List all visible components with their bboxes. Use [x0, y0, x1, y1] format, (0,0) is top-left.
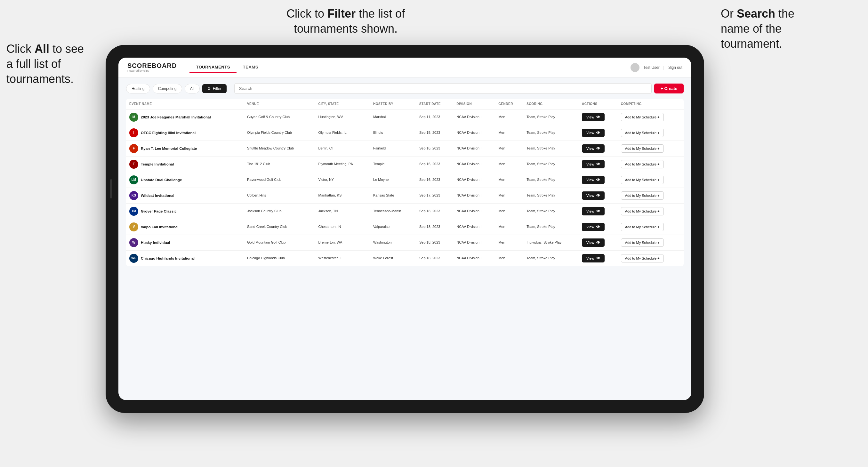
team-logo-7: V — [129, 222, 138, 231]
venue-cell-2: Shuttle Meadow Country Club — [244, 141, 315, 157]
add-schedule-button-7[interactable]: Add to My Schedule + — [621, 223, 664, 231]
competing-cell-3: Add to My Schedule + — [618, 157, 684, 172]
start-date-cell-2: Sep 16, 2023 — [416, 141, 453, 157]
view-label-8: View — [586, 241, 594, 245]
team-logo-1: I — [129, 128, 138, 137]
actions-cell-4: View 👁 — [579, 172, 618, 188]
add-schedule-button-5[interactable]: Add to My Schedule + — [621, 191, 664, 200]
event-name-text-5: Wildcat Invitational — [141, 193, 175, 198]
hosted-by-cell-3: Temple — [370, 157, 416, 172]
venue-cell-9: Chicago Highlands Club — [244, 251, 315, 266]
view-button-0[interactable]: View 👁 — [582, 113, 604, 121]
start-date-cell-8: Sep 18, 2023 — [416, 235, 453, 251]
filter-icon-button[interactable]: ⚙ Filter — [202, 84, 226, 93]
division-cell-3: NCAA Division I — [453, 157, 495, 172]
app-logo: SCOREBOARD — [127, 62, 177, 69]
col-city-state: CITY, STATE — [315, 99, 370, 109]
team-logo-2: F — [129, 144, 138, 153]
logo-area: SCOREBOARD Powered by clipp — [127, 62, 177, 72]
nav-tab-tournaments[interactable]: TOURNAMENTS — [189, 62, 236, 73]
actions-cell-7: View 👁 — [579, 219, 618, 235]
actions-cell-0: View 👁 — [579, 109, 618, 125]
create-button[interactable]: + Create — [654, 84, 684, 93]
actions-cell-5: View 👁 — [579, 188, 618, 204]
hosted-by-cell-0: Marshall — [370, 109, 416, 125]
add-schedule-button-0[interactable]: Add to My Schedule + — [621, 113, 664, 121]
table-header: EVENT NAME VENUE CITY, STATE HOSTED BY S… — [126, 99, 684, 109]
scoring-cell-6: Team, Stroke Play — [523, 204, 579, 219]
add-schedule-label-9: Add to My Schedule + — [625, 256, 660, 260]
hosting-filter-btn[interactable]: Hosting — [126, 84, 150, 93]
hosted-by-cell-2: Fairfield — [370, 141, 416, 157]
add-schedule-button-4[interactable]: Add to My Schedule + — [621, 176, 664, 184]
view-button-1[interactable]: View 👁 — [582, 129, 604, 137]
view-label-6: View — [586, 209, 594, 213]
tablet-screen: SCOREBOARD Powered by clipp TOURNAMENTS … — [118, 58, 691, 400]
competing-filter-btn[interactable]: Competing — [153, 84, 182, 93]
view-button-3[interactable]: View 👁 — [582, 160, 604, 168]
add-schedule-label-0: Add to My Schedule + — [625, 115, 660, 119]
gender-cell-1: Men — [495, 125, 523, 141]
hosted-by-cell-7: Valparaiso — [370, 219, 416, 235]
view-button-6[interactable]: View 👁 — [582, 207, 604, 215]
search-input[interactable] — [234, 83, 652, 94]
event-name-cell-4: LM Upstate Dual Challenge — [126, 172, 244, 188]
eye-icon-0: 👁 — [596, 115, 600, 119]
city-state-cell-2: Berlin, CT — [315, 141, 370, 157]
event-name-cell-1: I OFCC Fighting Illini Invitational — [126, 125, 244, 141]
add-schedule-button-1[interactable]: Add to My Schedule + — [621, 129, 664, 137]
view-label-2: View — [586, 147, 594, 150]
view-button-4[interactable]: View 👁 — [582, 176, 604, 184]
all-filter-btn[interactable]: All — [185, 84, 200, 93]
view-button-8[interactable]: View 👁 — [582, 239, 604, 247]
sign-out-link[interactable]: Sign out — [668, 65, 682, 70]
eye-icon-9: 👁 — [596, 256, 600, 260]
main-content: Hosting Competing All ⚙ Filter + Create … — [118, 77, 691, 400]
filter-bar: Hosting Competing All ⚙ Filter + Create — [126, 83, 684, 94]
hosted-by-cell-6: Tennessee-Martin — [370, 204, 416, 219]
hosted-by-cell-8: Washington — [370, 235, 416, 251]
event-name-cell-3: T Temple Invitational — [126, 157, 244, 172]
tablet-side-button — [110, 179, 112, 198]
table-row: I OFCC Fighting Illini Invitational Olym… — [126, 125, 684, 141]
view-button-5[interactable]: View 👁 — [582, 191, 604, 200]
table-body: M 2023 Joe Feaganes Marshall Invitationa… — [126, 109, 684, 266]
table-row: M 2023 Joe Feaganes Marshall Invitationa… — [126, 109, 684, 125]
col-division: DIVISION — [453, 99, 495, 109]
scoring-cell-7: Team, Stroke Play — [523, 219, 579, 235]
venue-cell-4: Ravenwood Golf Club — [244, 172, 315, 188]
competing-cell-7: Add to My Schedule + — [618, 219, 684, 235]
event-name-text-1: OFCC Fighting Illini Invitational — [141, 130, 195, 135]
view-button-2[interactable]: View 👁 — [582, 144, 604, 153]
gender-cell-2: Men — [495, 141, 523, 157]
view-button-7[interactable]: View 👁 — [582, 223, 604, 231]
filter-icon: ⚙ — [208, 86, 211, 91]
division-cell-6: NCAA Division I — [453, 204, 495, 219]
add-schedule-button-8[interactable]: Add to My Schedule + — [621, 239, 664, 247]
division-cell-4: NCAA Division I — [453, 172, 495, 188]
venue-cell-8: Gold Mountain Golf Club — [244, 235, 315, 251]
add-schedule-button-9[interactable]: Add to My Schedule + — [621, 254, 664, 262]
start-date-cell-7: Sep 18, 2023 — [416, 219, 453, 235]
add-schedule-button-6[interactable]: Add to My Schedule + — [621, 207, 664, 215]
add-schedule-label-2: Add to My Schedule + — [625, 147, 660, 150]
scoring-cell-3: Team, Stroke Play — [523, 157, 579, 172]
team-logo-4: LM — [129, 176, 138, 184]
hosted-by-cell-1: Illinois — [370, 125, 416, 141]
start-date-cell-5: Sep 17, 2023 — [416, 188, 453, 204]
scoring-cell-4: Team, Stroke Play — [523, 172, 579, 188]
view-label-0: View — [586, 115, 594, 119]
venue-cell-3: The 1912 Club — [244, 157, 315, 172]
table-row: WF Chicago Highlands Invitational Chicag… — [126, 251, 684, 266]
city-state-cell-3: Plymouth Meeting, PA — [315, 157, 370, 172]
scoring-cell-1: Team, Stroke Play — [523, 125, 579, 141]
table-row: LM Upstate Dual Challenge Ravenwood Golf… — [126, 172, 684, 188]
event-name-text-0: 2023 Joe Feaganes Marshall Invitational — [141, 115, 211, 120]
add-schedule-button-3[interactable]: Add to My Schedule + — [621, 160, 664, 168]
add-schedule-button-2[interactable]: Add to My Schedule + — [621, 144, 664, 153]
competing-cell-1: Add to My Schedule + — [618, 125, 684, 141]
nav-tab-teams[interactable]: TEAMS — [237, 62, 265, 73]
add-schedule-label-5: Add to My Schedule + — [625, 194, 660, 197]
view-button-9[interactable]: View 👁 — [582, 254, 604, 262]
event-name-cell-9: WF Chicago Highlands Invitational — [126, 251, 244, 266]
